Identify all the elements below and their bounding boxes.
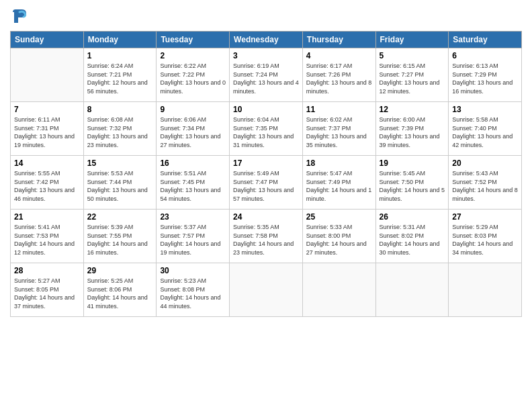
week-row-3: 14Sunrise: 5:55 AM Sunset: 7:42 PM Dayli… [11, 156, 522, 210]
day-info: Sunrise: 5:27 AM Sunset: 8:05 PM Dayligh… [14, 277, 80, 310]
column-header-thursday: Thursday [302, 32, 375, 48]
day-info: Sunrise: 6:19 AM Sunset: 7:24 PM Dayligh… [233, 62, 299, 95]
day-number: 23 [160, 212, 226, 222]
day-cell: 8Sunrise: 6:08 AM Sunset: 7:32 PM Daylig… [83, 102, 157, 156]
column-header-saturday: Saturday [449, 32, 522, 48]
day-info: Sunrise: 5:45 AM Sunset: 7:50 PM Dayligh… [380, 169, 445, 203]
day-cell: 2Sunrise: 6:22 AM Sunset: 7:22 PM Daylig… [157, 48, 230, 102]
day-cell [11, 48, 84, 102]
calendar-body: 1Sunrise: 6:24 AM Sunset: 7:21 PM Daylig… [11, 48, 522, 317]
day-info: Sunrise: 6:02 AM Sunset: 7:37 PM Dayligh… [306, 116, 372, 149]
day-cell: 11Sunrise: 6:02 AM Sunset: 7:37 PM Dayli… [302, 102, 375, 156]
day-info: Sunrise: 5:35 AM Sunset: 7:58 PM Dayligh… [233, 223, 299, 257]
day-cell [375, 263, 449, 317]
day-number: 12 [380, 105, 445, 114]
day-cell: 9Sunrise: 6:06 AM Sunset: 7:34 PM Daylig… [157, 102, 230, 156]
day-cell: 30Sunrise: 5:23 AM Sunset: 8:08 PM Dayli… [157, 263, 230, 317]
day-number: 2 [160, 51, 226, 60]
day-cell: 10Sunrise: 6:04 AM Sunset: 7:35 PM Dayli… [230, 102, 303, 156]
day-info: Sunrise: 5:49 AM Sunset: 7:47 PM Dayligh… [233, 169, 299, 203]
day-number: 20 [452, 158, 518, 168]
day-cell: 25Sunrise: 5:33 AM Sunset: 8:00 PM Dayli… [302, 210, 375, 263]
day-number: 1 [87, 51, 153, 60]
day-cell: 16Sunrise: 5:51 AM Sunset: 7:45 PM Dayli… [157, 156, 230, 210]
logo [10, 7, 32, 26]
day-cell: 17Sunrise: 5:49 AM Sunset: 7:47 PM Dayli… [230, 156, 303, 210]
day-cell: 14Sunrise: 5:55 AM Sunset: 7:42 PM Dayli… [11, 156, 84, 210]
day-info: Sunrise: 5:43 AM Sunset: 7:52 PM Dayligh… [452, 169, 518, 203]
day-number: 17 [233, 158, 299, 168]
day-info: Sunrise: 6:17 AM Sunset: 7:26 PM Dayligh… [306, 62, 372, 95]
day-number: 3 [233, 51, 299, 60]
day-cell [230, 263, 303, 317]
day-info: Sunrise: 6:00 AM Sunset: 7:39 PM Dayligh… [380, 116, 445, 149]
day-info: Sunrise: 5:25 AM Sunset: 8:06 PM Dayligh… [87, 277, 153, 310]
day-number: 28 [14, 266, 80, 275]
day-info: Sunrise: 5:47 AM Sunset: 7:49 PM Dayligh… [306, 169, 372, 203]
day-number: 7 [14, 105, 80, 114]
day-number: 4 [306, 51, 372, 60]
column-header-tuesday: Tuesday [157, 32, 230, 48]
day-number: 13 [452, 105, 518, 114]
logo-icon [10, 7, 29, 26]
day-number: 8 [87, 105, 153, 114]
page-header [10, 7, 522, 26]
day-number: 29 [87, 266, 153, 275]
day-cell: 23Sunrise: 5:37 AM Sunset: 7:57 PM Dayli… [157, 210, 230, 263]
day-info: Sunrise: 5:58 AM Sunset: 7:40 PM Dayligh… [452, 116, 518, 149]
day-info: Sunrise: 5:37 AM Sunset: 7:57 PM Dayligh… [160, 223, 226, 257]
day-number: 9 [160, 105, 226, 114]
day-number: 22 [87, 212, 153, 222]
day-number: 30 [160, 266, 226, 275]
calendar-header-row: SundayMondayTuesdayWednesdayThursdayFrid… [11, 32, 522, 48]
day-number: 25 [306, 212, 372, 222]
week-row-5: 28Sunrise: 5:27 AM Sunset: 8:05 PM Dayli… [11, 263, 522, 317]
week-row-2: 7Sunrise: 6:11 AM Sunset: 7:31 PM Daylig… [11, 102, 522, 156]
day-cell [302, 263, 375, 317]
day-cell: 5Sunrise: 6:15 AM Sunset: 7:27 PM Daylig… [375, 48, 449, 102]
day-cell: 26Sunrise: 5:31 AM Sunset: 8:02 PM Dayli… [375, 210, 449, 263]
day-cell [449, 263, 522, 317]
day-cell: 4Sunrise: 6:17 AM Sunset: 7:26 PM Daylig… [302, 48, 375, 102]
day-cell: 1Sunrise: 6:24 AM Sunset: 7:21 PM Daylig… [83, 48, 157, 102]
day-cell: 24Sunrise: 5:35 AM Sunset: 7:58 PM Dayli… [230, 210, 303, 263]
day-info: Sunrise: 6:24 AM Sunset: 7:21 PM Dayligh… [87, 62, 153, 95]
day-info: Sunrise: 6:08 AM Sunset: 7:32 PM Dayligh… [87, 116, 153, 149]
day-info: Sunrise: 5:41 AM Sunset: 7:53 PM Dayligh… [14, 223, 80, 257]
day-cell: 28Sunrise: 5:27 AM Sunset: 8:05 PM Dayli… [11, 263, 84, 317]
column-header-monday: Monday [83, 32, 157, 48]
week-row-1: 1Sunrise: 6:24 AM Sunset: 7:21 PM Daylig… [11, 48, 522, 102]
day-info: Sunrise: 6:13 AM Sunset: 7:29 PM Dayligh… [452, 62, 518, 95]
calendar-table: SundayMondayTuesdayWednesdayThursdayFrid… [10, 31, 522, 317]
day-info: Sunrise: 5:31 AM Sunset: 8:02 PM Dayligh… [380, 223, 445, 257]
day-cell: 27Sunrise: 5:29 AM Sunset: 8:03 PM Dayli… [449, 210, 522, 263]
day-info: Sunrise: 6:11 AM Sunset: 7:31 PM Dayligh… [14, 116, 80, 149]
day-cell: 13Sunrise: 5:58 AM Sunset: 7:40 PM Dayli… [449, 102, 522, 156]
day-number: 21 [14, 212, 80, 222]
day-info: Sunrise: 6:22 AM Sunset: 7:22 PM Dayligh… [160, 62, 226, 95]
day-info: Sunrise: 5:33 AM Sunset: 8:00 PM Dayligh… [306, 223, 372, 257]
day-number: 6 [452, 51, 518, 60]
day-cell: 6Sunrise: 6:13 AM Sunset: 7:29 PM Daylig… [449, 48, 522, 102]
day-number: 16 [160, 158, 226, 168]
day-number: 11 [306, 105, 372, 114]
day-number: 14 [14, 158, 80, 168]
day-info: Sunrise: 5:23 AM Sunset: 8:08 PM Dayligh… [160, 277, 226, 310]
day-number: 19 [380, 158, 445, 168]
day-number: 18 [306, 158, 372, 168]
day-number: 24 [233, 212, 299, 222]
column-header-wednesday: Wednesday [230, 32, 303, 48]
day-cell: 21Sunrise: 5:41 AM Sunset: 7:53 PM Dayli… [11, 210, 84, 263]
day-info: Sunrise: 5:29 AM Sunset: 8:03 PM Dayligh… [452, 223, 518, 257]
day-number: 15 [87, 158, 153, 168]
day-info: Sunrise: 5:53 AM Sunset: 7:44 PM Dayligh… [87, 169, 153, 203]
day-info: Sunrise: 5:55 AM Sunset: 7:42 PM Dayligh… [14, 169, 80, 203]
day-info: Sunrise: 6:15 AM Sunset: 7:27 PM Dayligh… [380, 62, 445, 95]
day-cell: 12Sunrise: 6:00 AM Sunset: 7:39 PM Dayli… [375, 102, 449, 156]
day-number: 27 [452, 212, 518, 222]
day-cell: 3Sunrise: 6:19 AM Sunset: 7:24 PM Daylig… [230, 48, 303, 102]
day-cell: 7Sunrise: 6:11 AM Sunset: 7:31 PM Daylig… [11, 102, 84, 156]
day-cell: 20Sunrise: 5:43 AM Sunset: 7:52 PM Dayli… [449, 156, 522, 210]
day-cell: 19Sunrise: 5:45 AM Sunset: 7:50 PM Dayli… [375, 156, 449, 210]
day-number: 5 [380, 51, 445, 60]
